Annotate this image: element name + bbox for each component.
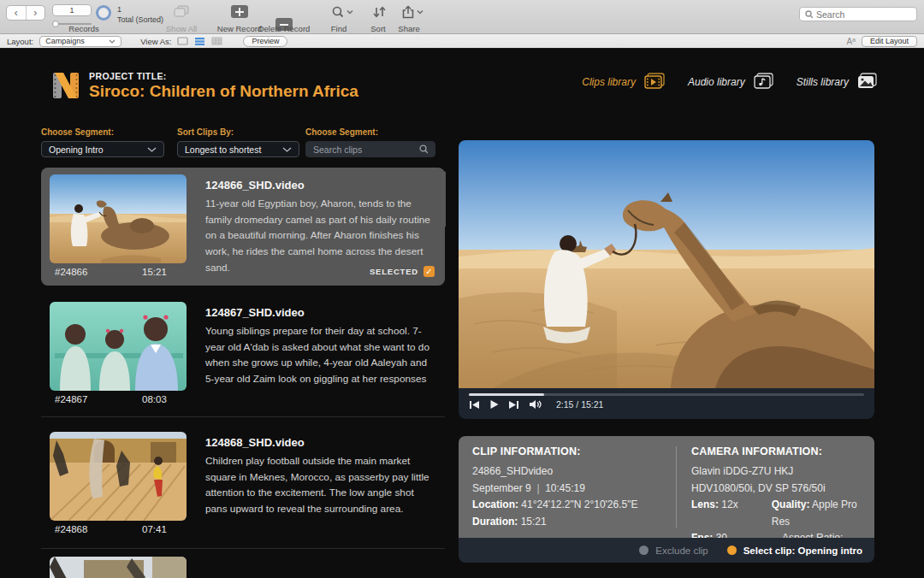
show-all-icon[interactable] — [174, 5, 189, 18]
clip-status-bar: Exclude clip Select clip: Opening intro — [459, 538, 874, 563]
next-clip-button[interactable] — [508, 400, 519, 410]
clip-description: Young siblings prepare for their day at … — [205, 323, 435, 387]
card-divider — [41, 416, 445, 417]
clip-thumbnail[interactable] — [50, 302, 187, 391]
preview-button[interactable]: Preview — [243, 36, 287, 47]
segment-dropdown[interactable]: Opening Intro — [41, 141, 164, 157]
selected-indicator: SELECTED ✓ — [370, 266, 435, 277]
clip-search-field[interactable] — [305, 141, 435, 157]
found-set-pie-icon[interactable] — [96, 5, 111, 21]
play-button[interactable] — [489, 399, 499, 410]
view-form-icon[interactable] — [177, 37, 188, 45]
clip-id: #24868 — [55, 524, 87, 534]
clip-description: 11-year old Egyptian boy, Aharon, tends … — [205, 196, 435, 275]
new-record-icon[interactable] — [231, 5, 248, 18]
clip-info-filename: 24866_SHDvideo — [472, 463, 669, 481]
sort-clips-dropdown[interactable]: Longest to shortest — [177, 141, 299, 157]
clip-description: Children play football outside the main … — [205, 453, 435, 517]
camera-model: Glavin iDDG-Z7U HKJ — [691, 463, 866, 481]
text-formatting-icon[interactable]: Aª — [847, 37, 856, 46]
show-all-button[interactable]: Show All — [159, 24, 204, 33]
delete-record-button[interactable]: Delete Record — [254, 24, 314, 33]
clip-information: CLIP INFORMATION: 24866_SHDvideo Septemb… — [472, 445, 669, 530]
exclude-radio-icon[interactable] — [639, 546, 649, 555]
layout-dropdown[interactable]: Campaigns — [39, 36, 121, 47]
total-count: 1 — [117, 5, 163, 15]
chevron-down-icon — [147, 147, 157, 152]
stills-library-link[interactable]: Stills library — [797, 73, 878, 91]
player-progress-fill — [469, 393, 544, 396]
previous-record-button[interactable]: ‹ — [7, 6, 27, 20]
next-record-button[interactable]: › — [27, 6, 45, 20]
record-nav: ‹ › — [6, 5, 45, 21]
chevron-down-icon — [109, 39, 116, 44]
clip-duration: 07:41 — [142, 524, 167, 534]
project-title-label: PROJECT TITLE: — [89, 71, 167, 81]
clip-time: 10:45:19 — [545, 482, 585, 494]
clip-info-datetime: September 9 | 10:45:19 — [472, 481, 669, 498]
layout-bar: Layout: Campaigns View As: Preview Aª Ed… — [0, 34, 924, 49]
card-divider — [41, 548, 445, 549]
video-player[interactable]: 2:15 / 15:21 — [459, 140, 874, 419]
segment-dropdown-value: Opening Intro — [49, 144, 104, 155]
share-icon[interactable] — [400, 5, 424, 20]
info-panel: CLIP INFORMATION: 24866_SHDvideo Septemb… — [459, 436, 874, 563]
clip-thumbnail[interactable] — [50, 432, 187, 521]
duration-value: 15:21 — [521, 516, 547, 528]
camera-info-heading: CAMERA INFORMATION: — [691, 445, 866, 457]
sort-icon[interactable] — [373, 6, 387, 18]
clip-card[interactable]: 124868_SHD.video Children play football … — [41, 425, 445, 543]
clip-card[interactable]: 124866_SHD.video 11-year old Egyptian bo… — [41, 168, 445, 286]
video-preview-frame[interactable] — [459, 140, 874, 388]
toolbar: ‹ › 1 1 Total (Sorted) Records Show All … — [0, 0, 924, 34]
select-radio-icon[interactable] — [727, 546, 737, 555]
clip-search-input[interactable] — [313, 144, 419, 155]
view-as-label: View As: — [140, 37, 171, 46]
find-button[interactable]: Find — [322, 24, 356, 33]
date-separator: | — [536, 482, 539, 494]
audio-library-link[interactable]: Audio library — [688, 73, 774, 91]
previous-clip-button[interactable] — [469, 400, 480, 410]
select-clip-option[interactable]: Select clip: Opening intro — [727, 546, 862, 556]
view-table-icon[interactable] — [211, 37, 222, 45]
clips-library-link[interactable]: Clips library — [582, 73, 666, 91]
clip-thumbnail[interactable] — [50, 557, 187, 578]
clip-title: 124866_SHD.video — [205, 179, 435, 192]
audio-library-label: Audio library — [688, 76, 745, 88]
volume-icon[interactable] — [529, 399, 542, 410]
exclude-clip-label: Exclude clip — [655, 546, 708, 556]
current-record-field[interactable]: 1 — [52, 4, 92, 16]
sort-clips-label: Sort Clips By: — [177, 127, 299, 137]
toolbar-search[interactable] — [799, 7, 917, 21]
selected-checkbox[interactable]: ✓ — [424, 266, 435, 277]
clip-info-heading: CLIP INFORMATION: — [472, 445, 669, 457]
clip-card[interactable]: 124867_SHD.video Young siblings prepare … — [41, 295, 445, 413]
player-controls: 2:15 / 15:21 — [459, 388, 874, 419]
layout-label: Layout: — [7, 37, 33, 46]
view-list-icon[interactable] — [194, 37, 205, 45]
records-group-label: Records — [50, 24, 118, 33]
duration-label: Duration: — [472, 516, 518, 528]
select-clip-prefix: Select clip: — [743, 546, 796, 556]
search-icon — [419, 144, 428, 154]
lens-label: Lens: — [691, 498, 719, 510]
edit-layout-button[interactable]: Edit Layout — [862, 36, 917, 47]
clip-search-label: Choose Segment: — [305, 127, 435, 137]
clip-thumbnail[interactable] — [50, 174, 187, 263]
selected-label: SELECTED — [370, 267, 418, 276]
stills-library-icon — [856, 73, 878, 91]
quality-label: Quality: — [772, 498, 810, 510]
exclude-clip-option[interactable]: Exclude clip — [639, 546, 708, 556]
info-divider — [676, 446, 677, 528]
clip-date: September 9 — [472, 482, 531, 494]
player-progress-bar[interactable] — [469, 393, 864, 396]
record-total: 1 Total (Sorted) — [117, 5, 163, 25]
camera-lens-quality-row: Lens: 12x Quality: Apple Pro Res — [691, 497, 866, 530]
clip-list-scrollbar[interactable] — [441, 171, 446, 227]
stills-library-label: Stills library — [797, 76, 849, 88]
library-nav: Clips library Audio library Stills libra… — [582, 73, 878, 91]
search-input[interactable] — [816, 9, 911, 20]
clip-card[interactable] — [41, 557, 445, 578]
share-button[interactable]: Share — [390, 24, 428, 33]
find-icon[interactable] — [330, 5, 354, 19]
